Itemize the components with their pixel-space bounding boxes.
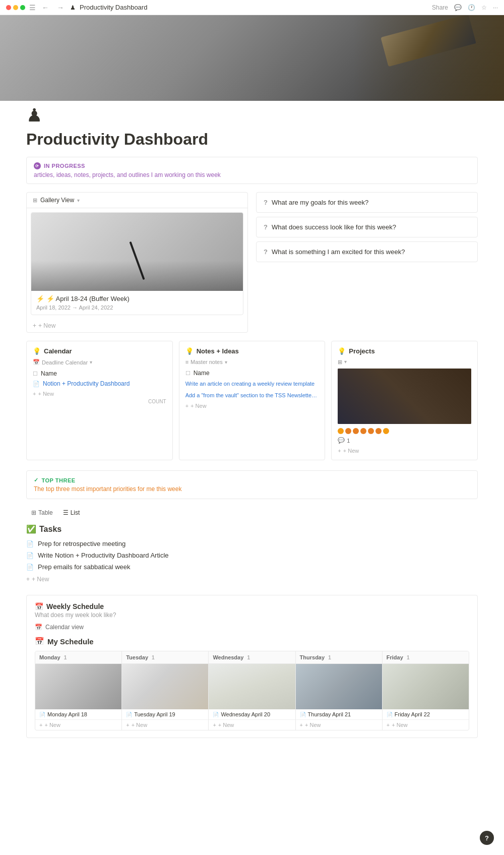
cal-row-notion[interactable]: 📄 Notion + Productivity Dashboard: [33, 379, 166, 389]
task-item-2[interactable]: 📄 Write Notion + Productivity Dashboard …: [26, 549, 478, 561]
in-progress-description: articles, ideas, notes, projects, and ou…: [34, 171, 470, 178]
friday-header: Friday 1: [383, 651, 469, 664]
notes-new-button[interactable]: + + New: [185, 403, 319, 409]
tasks-new-button[interactable]: + + New: [26, 576, 478, 583]
page-icon: 📄: [213, 712, 219, 717]
forward-button[interactable]: →: [55, 3, 66, 13]
thursday-header: Thursday 1: [296, 651, 382, 664]
topbar: ☰ ← → ♟ Productivity Dashboard Share 💬 🕐…: [0, 0, 504, 15]
projects-card-title: 💡 Projects: [338, 347, 471, 355]
schedule-icon: 📅: [35, 637, 44, 646]
tuesday-new-button[interactable]: + + New: [122, 720, 208, 730]
projects-card: 💡 Projects ⊞ ▾ 💬 1: [331, 341, 478, 460]
status-dot-icon: ⟳: [34, 162, 41, 169]
monday-new-button[interactable]: + + New: [35, 720, 121, 730]
weekly-title: 📅 Weekly Schedule: [35, 602, 469, 610]
friday-new-button[interactable]: + + New: [383, 720, 469, 730]
wednesday-img-placeholder: [209, 664, 295, 709]
tag-dot-3: [353, 428, 359, 434]
grid-view-icon[interactable]: ⊞: [338, 359, 342, 365]
tag-dot-1: [338, 428, 344, 434]
monday-header: Monday 1: [35, 651, 121, 664]
task-item-1[interactable]: 📄 Prep for retrospective meeting: [26, 538, 478, 549]
chevron-icon[interactable]: ▾: [90, 359, 92, 365]
thursday-new-button[interactable]: + + New: [296, 720, 382, 730]
gallery-card-image: [31, 213, 243, 291]
chevron-icon[interactable]: ▾: [344, 359, 347, 365]
help-button[interactable]: ?: [480, 831, 494, 845]
gallery-section: ⊞ Gallery View ▾ ⚡ ⚡ April 18-24 (Buffer…: [26, 192, 248, 333]
cal-icon: 📅: [33, 359, 40, 365]
top-three-description: The top three most important priorities …: [34, 485, 470, 493]
notes-text-2[interactable]: Add a "from the vault" section to the TS…: [185, 390, 319, 401]
close-btn[interactable]: [6, 5, 11, 10]
content-area: ⟳ IN PROGRESS articles, ideas, notes, pr…: [0, 157, 504, 738]
weekly-description: What does my week look like?: [35, 612, 469, 619]
thursday-item[interactable]: 📄 Thursday April 21: [296, 709, 382, 720]
back-button[interactable]: ←: [40, 3, 51, 13]
hero-image: [0, 15, 504, 101]
window-controls: [6, 5, 25, 10]
plus-icon: +: [185, 403, 188, 409]
monday-item[interactable]: 📄 Monday April 18: [35, 709, 121, 720]
chevron-icon[interactable]: ▾: [225, 359, 227, 365]
project-comment: 💬 1: [338, 437, 471, 444]
plus-icon: +: [387, 722, 390, 728]
page-icon: 📄: [387, 712, 393, 717]
sidebar-toggle-icon[interactable]: ☰: [29, 4, 36, 12]
star-icon[interactable]: ☆: [481, 4, 487, 11]
cal-row-name: ☐ Name: [33, 369, 166, 379]
tuesday-item[interactable]: 📄 Tuesday April 19: [122, 709, 208, 720]
gallery-new-button[interactable]: + + New: [27, 319, 247, 332]
in-progress-banner: ⟳ IN PROGRESS articles, ideas, notes, pr…: [26, 157, 478, 184]
checkmark-icon: ✓: [34, 477, 39, 483]
more-icon[interactable]: ···: [493, 4, 498, 11]
thursday-col: Thursday 1 📄 Thursday April 21 + + New: [296, 651, 382, 730]
two-col-section: ⊞ Gallery View ▾ ⚡ ⚡ April 18-24 (Buffer…: [26, 192, 478, 333]
top-three-label: ✓ TOP THREE: [34, 477, 470, 483]
table-view-button[interactable]: ⊞ Table: [26, 507, 58, 518]
breadcrumb-title: Productivity Dashboard: [80, 4, 147, 11]
question-mark-icon: ?: [264, 223, 268, 231]
plus-icon: +: [300, 722, 303, 728]
friday-item[interactable]: 📄 Friday April 22: [383, 709, 469, 720]
maximize-btn[interactable]: [20, 5, 25, 10]
tasks-icon: ✅: [26, 524, 36, 534]
projects-image: [338, 369, 471, 424]
tuesday-image: [122, 664, 208, 709]
wednesday-image: [209, 664, 295, 709]
tuesday-col: Tuesday 1 📄 Tuesday April 19 + + New: [122, 651, 208, 730]
clock-icon[interactable]: 🕐: [468, 4, 475, 11]
wednesday-item[interactable]: 📄 Wednesday April 20: [209, 709, 295, 720]
thursday-image: [296, 664, 382, 709]
question-item-1[interactable]: ? What are my goals for this week?: [256, 192, 478, 213]
plus-icon: +: [33, 322, 36, 329]
chevron-icon[interactable]: ▾: [77, 198, 80, 203]
gallery-card-body: ⚡ ⚡ April 18-24 (Buffer Week) April 18, …: [31, 291, 243, 315]
page-icon: 📄: [39, 712, 45, 717]
comment-icon[interactable]: 💬: [454, 4, 462, 11]
gallery-card[interactable]: ⚡ ⚡ April 18-24 (Buffer Week) April 18, …: [31, 212, 243, 315]
question-item-2[interactable]: ? What does success look like for this w…: [256, 217, 478, 237]
cal-view-label: 📅 Calendar view: [35, 624, 469, 631]
plus-icon: +: [213, 722, 216, 728]
wednesday-header: Wednesday 1: [209, 651, 295, 664]
minimize-btn[interactable]: [13, 5, 18, 10]
friday-col: Friday 1 📄 Friday April 22 + + New: [383, 651, 469, 730]
cal-new-button[interactable]: + + New: [33, 391, 166, 397]
list-view-button[interactable]: ☰ List: [58, 507, 85, 518]
tasks-title: ✅ Tasks: [26, 524, 478, 534]
page-icon: 📄: [26, 552, 34, 559]
notes-text-1[interactable]: Write an article on creating a weekly re…: [185, 378, 319, 390]
monday-img-placeholder: [35, 664, 121, 709]
question-item-3[interactable]: ? What is something I am excited for thi…: [256, 241, 478, 262]
projects-new-button[interactable]: + + New: [338, 448, 471, 454]
page-icon: 📄: [126, 712, 132, 717]
tuesday-header: Tuesday 1: [122, 651, 208, 664]
list-icon: ☰: [63, 509, 69, 516]
task-item-3[interactable]: 📄 Prep emails for sabbatical week: [26, 561, 478, 573]
share-button[interactable]: Share: [432, 4, 448, 11]
tag-dot-4: [360, 428, 366, 434]
grid-icon: ⊞: [33, 197, 37, 204]
wednesday-new-button[interactable]: + + New: [209, 720, 295, 730]
